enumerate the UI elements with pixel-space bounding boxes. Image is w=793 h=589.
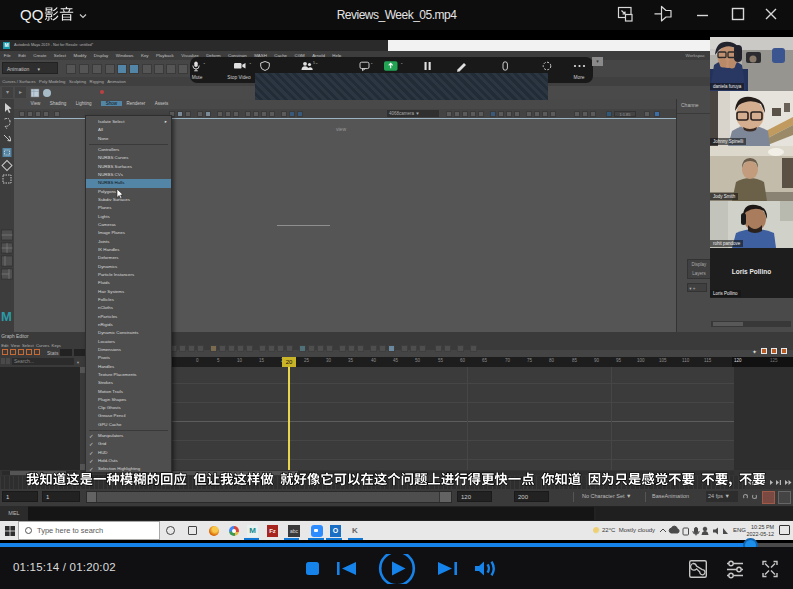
svg-text:ˇ: ˇ [316, 63, 318, 68]
svg-text:5: 5 [313, 61, 315, 65]
svg-text:ˇ: ˇ [250, 63, 252, 68]
svg-text:More: More [574, 75, 585, 80]
svg-text:ˇ: ˇ [401, 63, 403, 68]
svg-text:ˇ: ˇ [371, 63, 373, 68]
svg-text:ˇ: ˇ [204, 63, 206, 68]
svg-text:M: M [1, 309, 12, 324]
svg-text:Stop Video: Stop Video [227, 75, 251, 80]
svg-text:Mute: Mute [192, 75, 203, 80]
